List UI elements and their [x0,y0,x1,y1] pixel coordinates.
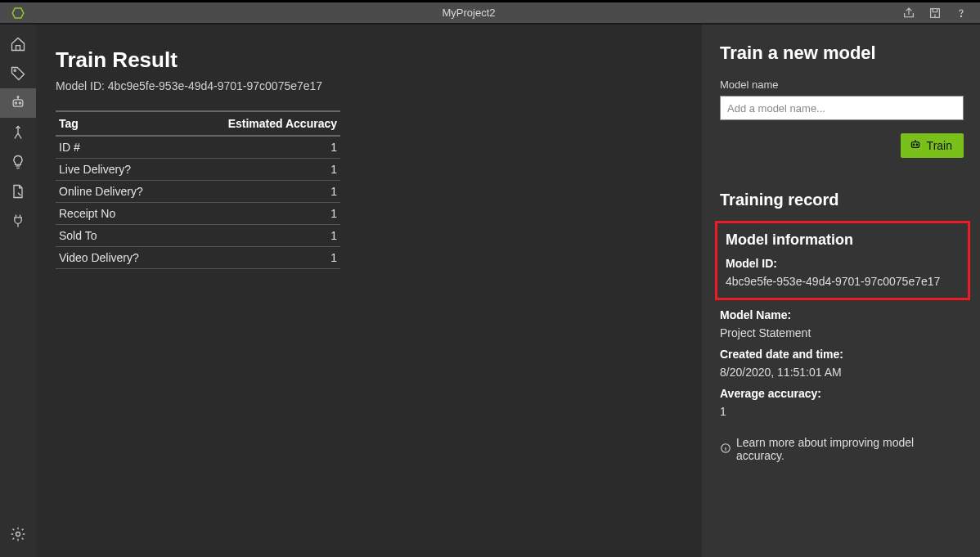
train-button[interactable]: Train [901,133,964,158]
table-row: Sold To1 [56,225,340,247]
cell-tag: Sold To [56,225,181,247]
title-bar: MyProject2 [0,0,980,25]
svg-point-9 [913,144,915,146]
avgacc-v: 1 [720,405,964,418]
table-row: Receipt No1 [56,203,340,225]
save-icon[interactable] [928,6,942,20]
nav-sidebar [0,25,36,557]
model-info-highlight: Model information Model ID: 4bc9e5fe-953… [715,221,970,300]
cell-tag: Receipt No [56,203,181,225]
learn-more-text: Learn more about improving model accurac… [736,436,964,462]
svg-point-2 [14,70,16,71]
svg-point-10 [916,144,918,146]
model-name-v: Project Statement [720,326,964,339]
cell-accuracy: 1 [181,181,340,203]
sidebar-item-settings[interactable] [0,519,36,549]
sidebar-item-connections[interactable] [0,206,36,236]
svg-point-4 [15,102,16,104]
svg-point-1 [960,16,961,16]
cell-tag: ID # [56,136,181,159]
main-content: Train Result Model ID: 4bc9e5fe-953e-49d… [36,25,702,557]
page-title: Train Result [56,47,674,73]
learn-more-link[interactable]: Learn more about improving model accurac… [720,436,964,462]
info-icon [720,442,731,456]
robot-icon [909,138,922,154]
cell-accuracy: 1 [181,136,340,159]
sidebar-item-tags[interactable] [0,59,36,88]
share-icon[interactable] [901,6,916,20]
created-v: 8/20/2020, 11:51:01 AM [720,366,964,379]
training-record-heading: Training record [720,191,964,209]
right-panel: Train a new model Model name Train Train… [702,25,980,557]
cell-tag: Online Delivery? [56,181,181,203]
table-row: Video Delivery?1 [56,247,340,269]
project-title: MyProject2 [36,7,901,19]
sidebar-item-train[interactable] [0,88,36,118]
table-row: Online Delivery?1 [56,181,340,203]
accuracy-table: Tag Estimated Accuracy ID #1Live Deliver… [56,110,340,269]
svg-point-5 [19,102,20,104]
model-id-prefix: Model ID: [56,79,108,92]
created-k: Created date and time: [720,348,964,361]
logo-icon [0,6,36,20]
cell-accuracy: 1 [181,159,340,181]
table-row: ID #1 [56,136,340,159]
sidebar-item-documents[interactable] [0,177,36,206]
model-name-label: Model name [720,79,964,91]
cell-tag: Live Delivery? [56,159,181,181]
sidebar-item-compose[interactable] [0,118,36,147]
table-row: Live Delivery?1 [56,159,340,181]
cell-accuracy: 1 [181,203,340,225]
col-tag: Tag [56,111,181,136]
col-accuracy: Estimated Accuracy [181,111,340,136]
cell-accuracy: 1 [181,247,340,269]
model-id-label: Model ID: [726,257,960,270]
sidebar-item-insights[interactable] [0,147,36,177]
model-name-input[interactable] [720,96,964,120]
svg-point-7 [16,532,20,537]
model-id-value: 4bc9e5fe-953e-49d4-9701-97c0075e7e17 [108,79,322,92]
train-button-label: Train [927,139,952,152]
model-id-text: 4bc9e5fe-953e-49d4-9701-97c0075e7e17 [726,275,960,288]
sidebar-item-home[interactable] [0,29,36,59]
avgacc-k: Average accuracy: [720,387,964,400]
help-icon[interactable] [954,6,969,20]
model-id-line: Model ID: 4bc9e5fe-953e-49d4-9701-97c007… [56,79,674,92]
cell-tag: Video Delivery? [56,247,181,269]
model-info-heading: Model information [726,231,960,249]
cell-accuracy: 1 [181,225,340,247]
model-name-k: Model Name: [720,308,964,321]
train-heading: Train a new model [720,43,964,64]
